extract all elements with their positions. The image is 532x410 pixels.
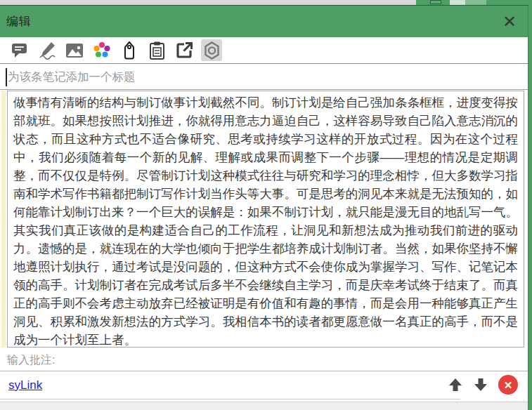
clipboard-button[interactable] [146,39,167,61]
tag-button[interactable] [119,39,140,61]
dialog-title: 编辑 [6,13,32,29]
export-icon [175,41,193,60]
background-app-toolbar-fragment-light [450,0,465,5]
delete-link-button[interactable]: ✕ [498,375,518,395]
background-app-button-fragment [430,0,441,4]
highlight-color-strip [1,91,6,348]
palette-icon [92,41,112,60]
pen-icon [38,41,57,60]
note-title-input[interactable] [0,65,528,89]
edit-note-dialog: 编辑 ✕ [0,5,528,410]
tag-icon [120,41,138,60]
export-button[interactable] [174,39,195,61]
comment-icon [11,41,29,60]
text-caret [6,68,7,86]
insert-image-button[interactable] [64,39,85,61]
close-icon[interactable]: ✕ [502,13,517,30]
dialog-titlebar: 编辑 ✕ [0,6,528,37]
color-palette-button[interactable] [91,39,112,61]
nut-settings-button[interactable] [201,39,222,61]
move-up-button[interactable] [448,377,463,392]
note-title-row [0,65,528,90]
delete-x-icon: ✕ [504,380,513,390]
link-controls: ✕ [448,375,518,395]
bottom-separator [0,399,460,399]
annotation-input[interactable] [0,349,528,371]
note-link[interactable]: syLink [8,378,42,392]
arrow-down-icon [473,377,488,392]
clipboard-icon [148,41,167,60]
background-app-right-strip [528,0,532,410]
note-toolbar [0,37,528,64]
comment-button[interactable] [9,39,30,61]
link-row: syLink ✕ [0,371,528,399]
arrow-up-icon [448,377,463,392]
background-app-toolbar-fragment-mid [465,0,486,5]
note-content-textarea[interactable]: 做事情有清晰的结构与制订做事计划截然不同。制订计划是给自己强加条条框框，进度变得… [7,91,524,348]
handwriting-button[interactable] [37,39,58,61]
image-icon [65,41,84,60]
move-down-button[interactable] [473,377,488,392]
screen: 编辑 ✕ [0,0,532,410]
dialog-footer-strip [0,402,528,410]
annotation-row [0,349,528,371]
nut-icon [202,41,221,60]
